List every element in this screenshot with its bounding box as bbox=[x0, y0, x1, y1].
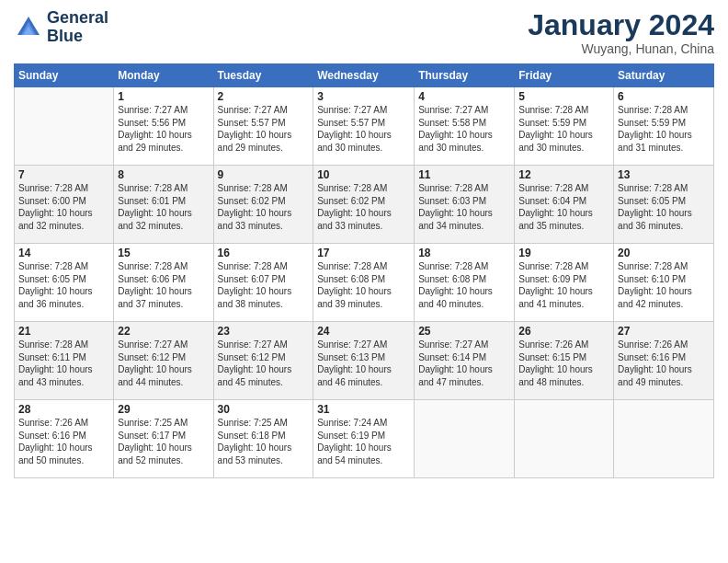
column-header-wednesday: Wednesday bbox=[313, 64, 415, 87]
day-info: Sunrise: 7:28 AMSunset: 6:01 PMDaylight:… bbox=[118, 182, 209, 232]
calendar-cell: 25Sunrise: 7:27 AMSunset: 6:14 PMDayligh… bbox=[415, 322, 515, 400]
calendar-cell: 22Sunrise: 7:27 AMSunset: 6:12 PMDayligh… bbox=[114, 322, 213, 400]
day-number: 20 bbox=[618, 247, 710, 259]
calendar-cell: 1Sunrise: 7:27 AMSunset: 5:56 PMDaylight… bbox=[114, 87, 213, 166]
day-number: 14 bbox=[18, 247, 109, 259]
day-info: Sunrise: 7:28 AMSunset: 6:05 PMDaylight:… bbox=[618, 182, 710, 232]
calendar-week-row: 28Sunrise: 7:26 AMSunset: 6:16 PMDayligh… bbox=[15, 400, 714, 478]
calendar-cell: 10Sunrise: 7:28 AMSunset: 6:02 PMDayligh… bbox=[313, 166, 415, 244]
day-info: Sunrise: 7:27 AMSunset: 5:58 PMDaylight:… bbox=[418, 104, 510, 154]
calendar-cell: 6Sunrise: 7:28 AMSunset: 5:59 PMDaylight… bbox=[614, 87, 714, 166]
day-number: 4 bbox=[418, 90, 510, 103]
month-title: January 2024 bbox=[528, 9, 714, 41]
calendar-cell: 11Sunrise: 7:28 AMSunset: 6:03 PMDayligh… bbox=[415, 166, 515, 244]
day-info: Sunrise: 7:28 AMSunset: 6:05 PMDaylight:… bbox=[18, 260, 109, 310]
calendar-cell: 23Sunrise: 7:27 AMSunset: 6:12 PMDayligh… bbox=[213, 322, 313, 400]
calendar-cell: 26Sunrise: 7:26 AMSunset: 6:15 PMDayligh… bbox=[515, 322, 614, 400]
day-number: 17 bbox=[317, 247, 410, 259]
day-number: 8 bbox=[118, 168, 209, 181]
calendar-cell bbox=[614, 400, 714, 478]
calendar-week-row: 21Sunrise: 7:28 AMSunset: 6:11 PMDayligh… bbox=[15, 322, 714, 400]
calendar-cell: 5Sunrise: 7:28 AMSunset: 5:59 PMDaylight… bbox=[515, 87, 614, 166]
day-number: 31 bbox=[317, 403, 410, 416]
location: Wuyang, Hunan, China bbox=[528, 41, 714, 56]
day-info: Sunrise: 7:28 AMSunset: 5:59 PMDaylight:… bbox=[618, 104, 710, 154]
calendar-cell: 8Sunrise: 7:28 AMSunset: 6:01 PMDaylight… bbox=[114, 166, 213, 244]
day-number: 1 bbox=[118, 90, 209, 103]
day-number: 30 bbox=[218, 403, 310, 416]
day-info: Sunrise: 7:27 AMSunset: 5:57 PMDaylight:… bbox=[218, 104, 310, 154]
calendar-cell bbox=[415, 400, 515, 478]
calendar-cell: 16Sunrise: 7:28 AMSunset: 6:07 PMDayligh… bbox=[213, 244, 313, 322]
day-number: 7 bbox=[18, 168, 109, 181]
calendar-cell: 15Sunrise: 7:28 AMSunset: 6:06 PMDayligh… bbox=[114, 244, 213, 322]
calendar-cell: 27Sunrise: 7:26 AMSunset: 6:16 PMDayligh… bbox=[614, 322, 714, 400]
day-number: 26 bbox=[518, 325, 609, 338]
calendar-cell: 18Sunrise: 7:28 AMSunset: 6:08 PMDayligh… bbox=[415, 244, 515, 322]
calendar-cell: 2Sunrise: 7:27 AMSunset: 5:57 PMDaylight… bbox=[213, 87, 313, 166]
day-info: Sunrise: 7:28 AMSunset: 6:10 PMDaylight:… bbox=[618, 260, 710, 310]
day-number: 29 bbox=[118, 403, 209, 416]
day-info: Sunrise: 7:27 AMSunset: 6:12 PMDaylight:… bbox=[218, 339, 310, 388]
calendar-cell: 28Sunrise: 7:26 AMSunset: 6:16 PMDayligh… bbox=[15, 400, 114, 478]
day-number: 24 bbox=[317, 325, 410, 338]
day-number: 9 bbox=[218, 168, 310, 181]
calendar-cell: 12Sunrise: 7:28 AMSunset: 6:04 PMDayligh… bbox=[515, 166, 614, 244]
column-header-tuesday: Tuesday bbox=[213, 64, 313, 87]
day-info: Sunrise: 7:26 AMSunset: 6:15 PMDaylight:… bbox=[518, 339, 609, 388]
calendar-week-row: 1Sunrise: 7:27 AMSunset: 5:56 PMDaylight… bbox=[15, 87, 714, 166]
calendar-cell: 3Sunrise: 7:27 AMSunset: 5:57 PMDaylight… bbox=[313, 87, 415, 166]
day-number: 28 bbox=[18, 403, 109, 416]
day-number: 13 bbox=[618, 168, 710, 181]
day-number: 11 bbox=[418, 168, 510, 181]
day-info: Sunrise: 7:25 AMSunset: 6:18 PMDaylight:… bbox=[218, 417, 310, 466]
day-info: Sunrise: 7:28 AMSunset: 6:03 PMDaylight:… bbox=[418, 182, 510, 232]
calendar-week-row: 14Sunrise: 7:28 AMSunset: 6:05 PMDayligh… bbox=[15, 244, 714, 322]
calendar-cell bbox=[15, 87, 114, 166]
calendar-cell: 30Sunrise: 7:25 AMSunset: 6:18 PMDayligh… bbox=[213, 400, 313, 478]
calendar-cell: 13Sunrise: 7:28 AMSunset: 6:05 PMDayligh… bbox=[614, 166, 714, 244]
calendar-cell: 20Sunrise: 7:28 AMSunset: 6:10 PMDayligh… bbox=[614, 244, 714, 322]
column-header-saturday: Saturday bbox=[614, 64, 714, 87]
calendar-cell: 7Sunrise: 7:28 AMSunset: 6:00 PMDaylight… bbox=[15, 166, 114, 244]
day-info: Sunrise: 7:28 AMSunset: 6:02 PMDaylight:… bbox=[218, 182, 310, 232]
column-header-monday: Monday bbox=[114, 64, 213, 87]
logo-line1: General bbox=[47, 9, 108, 28]
calendar-cell: 14Sunrise: 7:28 AMSunset: 6:05 PMDayligh… bbox=[15, 244, 114, 322]
day-info: Sunrise: 7:27 AMSunset: 5:56 PMDaylight:… bbox=[118, 104, 209, 154]
calendar-cell: 31Sunrise: 7:24 AMSunset: 6:19 PMDayligh… bbox=[313, 400, 415, 478]
day-number: 25 bbox=[418, 325, 510, 338]
day-info: Sunrise: 7:28 AMSunset: 6:04 PMDaylight:… bbox=[518, 182, 609, 232]
day-info: Sunrise: 7:26 AMSunset: 6:16 PMDaylight:… bbox=[618, 339, 710, 388]
day-info: Sunrise: 7:27 AMSunset: 5:57 PMDaylight:… bbox=[317, 104, 410, 154]
logo-text: General Blue bbox=[47, 9, 108, 46]
day-info: Sunrise: 7:24 AMSunset: 6:19 PMDaylight:… bbox=[317, 417, 410, 466]
calendar-cell: 9Sunrise: 7:28 AMSunset: 6:02 PMDaylight… bbox=[213, 166, 313, 244]
day-info: Sunrise: 7:28 AMSunset: 6:11 PMDaylight:… bbox=[18, 339, 109, 388]
calendar-week-row: 7Sunrise: 7:28 AMSunset: 6:00 PMDaylight… bbox=[15, 166, 714, 244]
day-info: Sunrise: 7:28 AMSunset: 5:59 PMDaylight:… bbox=[518, 104, 609, 154]
day-number: 2 bbox=[218, 90, 310, 103]
day-number: 27 bbox=[618, 325, 710, 338]
calendar-cell: 17Sunrise: 7:28 AMSunset: 6:08 PMDayligh… bbox=[313, 244, 415, 322]
calendar-cell: 29Sunrise: 7:25 AMSunset: 6:17 PMDayligh… bbox=[114, 400, 213, 478]
calendar-table: SundayMondayTuesdayWednesdayThursdayFrid… bbox=[14, 63, 714, 478]
day-info: Sunrise: 7:26 AMSunset: 6:16 PMDaylight:… bbox=[18, 417, 109, 466]
page: General Blue January 2024 Wuyang, Hunan,… bbox=[0, 0, 728, 563]
day-number: 16 bbox=[218, 247, 310, 259]
day-number: 18 bbox=[418, 247, 510, 259]
day-info: Sunrise: 7:28 AMSunset: 6:02 PMDaylight:… bbox=[317, 182, 410, 232]
day-number: 21 bbox=[18, 325, 109, 338]
day-number: 5 bbox=[518, 90, 609, 103]
day-number: 3 bbox=[317, 90, 410, 103]
column-header-thursday: Thursday bbox=[415, 64, 515, 87]
day-number: 10 bbox=[317, 168, 410, 181]
header: General Blue January 2024 Wuyang, Hunan,… bbox=[14, 9, 714, 56]
day-info: Sunrise: 7:27 AMSunset: 6:12 PMDaylight:… bbox=[118, 339, 209, 388]
logo-icon bbox=[14, 13, 43, 42]
day-info: Sunrise: 7:28 AMSunset: 6:00 PMDaylight:… bbox=[18, 182, 109, 232]
calendar-cell: 4Sunrise: 7:27 AMSunset: 5:58 PMDaylight… bbox=[415, 87, 515, 166]
calendar-cell: 24Sunrise: 7:27 AMSunset: 6:13 PMDayligh… bbox=[313, 322, 415, 400]
calendar-cell: 19Sunrise: 7:28 AMSunset: 6:09 PMDayligh… bbox=[515, 244, 614, 322]
day-number: 12 bbox=[518, 168, 609, 181]
